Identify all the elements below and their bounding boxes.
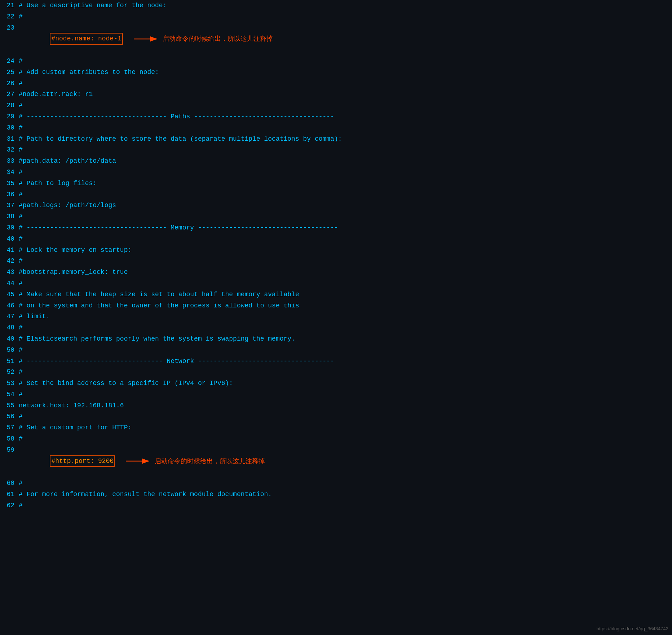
- code-line-25: 25 # Add custom attributes to the node:: [0, 67, 672, 78]
- line-num-45: 45: [0, 289, 14, 300]
- code-line-30: 30 #: [0, 122, 672, 133]
- code-line-29: 29 # -----------------------------------…: [0, 111, 672, 122]
- line-content-55: network.host: 192.168.181.6: [19, 400, 668, 411]
- annotation-59: 启动命令的时候给出，所以这儿注释掉: [126, 456, 265, 467]
- line-num-21: 21: [0, 0, 14, 11]
- code-line-58: 58 #: [0, 433, 672, 444]
- line-content-24: #: [19, 56, 668, 66]
- code-line-43: 43 #bootstrap.memory_lock: true: [0, 267, 672, 278]
- line-content-28: #: [19, 100, 668, 111]
- line-num-55: 55: [0, 400, 14, 411]
- code-line-26: 26 #: [0, 78, 672, 89]
- code-line-51: 51 # -----------------------------------…: [0, 356, 672, 367]
- line-num-35: 35: [0, 178, 14, 189]
- code-line-44: 44 #: [0, 278, 672, 289]
- code-line-53: 53 # Set the bind address to a specific …: [0, 378, 672, 389]
- line-num-57: 57: [0, 422, 14, 433]
- line-num-28: 28: [0, 100, 14, 111]
- code-line-56: 56 #: [0, 411, 672, 422]
- line-num-27: 27: [0, 89, 14, 100]
- line-num-51: 51: [0, 356, 14, 367]
- code-line-36: 36 #: [0, 189, 672, 200]
- code-line-60: 60 #: [0, 478, 672, 489]
- line-num-59: 59: [0, 445, 14, 455]
- line-content-37: #path.logs: /path/to/logs: [19, 200, 668, 211]
- line-num-46: 46: [0, 301, 14, 311]
- line-content-44: #: [19, 278, 668, 289]
- line-content-33: #path.data: /path/to/data: [19, 156, 668, 166]
- line-num-42: 42: [0, 256, 14, 266]
- watermark: https://blog.csdn.net/qq_36434742: [597, 626, 669, 631]
- line-content-23: #node.name: node-1: [19, 23, 123, 55]
- line-num-47: 47: [0, 311, 14, 322]
- line-num-22: 22: [0, 12, 14, 22]
- line-num-36: 36: [0, 189, 14, 200]
- line-num-23: 23: [0, 23, 14, 33]
- line-num-25: 25: [0, 67, 14, 78]
- line-num-53: 53: [0, 378, 14, 389]
- line-content-48: #: [19, 323, 668, 333]
- line-num-56: 56: [0, 411, 14, 422]
- line-content-56: #: [19, 411, 668, 422]
- line-num-60: 60: [0, 478, 14, 489]
- code-line-28: 28 #: [0, 100, 672, 111]
- line-content-32: #: [19, 145, 668, 155]
- arrow-icon-59: [126, 456, 155, 467]
- line-content-40: #: [19, 234, 668, 244]
- line-content-49: # Elasticsearch performs poorly when the…: [19, 334, 668, 344]
- line-num-26: 26: [0, 78, 14, 89]
- code-line-33: 33 #path.data: /path/to/data: [0, 156, 672, 167]
- line-content-35: # Path to log files:: [19, 178, 668, 189]
- code-container: 21 # Use a descriptive name for the node…: [0, 0, 672, 511]
- line-content-34: #: [19, 167, 668, 178]
- code-line-32: 32 #: [0, 144, 672, 156]
- line-num-54: 54: [0, 389, 14, 400]
- highlighted-box-23: #node.name: node-1: [50, 33, 123, 45]
- code-line-35: 35 # Path to log files:: [0, 178, 672, 189]
- line-num-29: 29: [0, 111, 14, 122]
- code-line-52: 52 #: [0, 367, 672, 378]
- line-content-60: #: [19, 478, 668, 489]
- line-content-59: #http.port: 9200: [19, 445, 115, 477]
- code-line-24: 24 #: [0, 56, 672, 67]
- code-line-21: 21 # Use a descriptive name for the node…: [0, 0, 672, 11]
- line-content-52: #: [19, 367, 668, 377]
- line-content-54: #: [19, 389, 668, 400]
- code-line-37: 37 #path.logs: /path/to/logs: [0, 200, 672, 211]
- line-num-52: 52: [0, 367, 14, 377]
- line-num-24: 24: [0, 56, 14, 66]
- code-line-59-row: 59 #http.port: 9200 启动命令的时候给出，所以这儿注释掉: [0, 444, 672, 478]
- line-content-25: # Add custom attributes to the node:: [19, 67, 668, 78]
- annotation-text-23: 启动命令的时候给出，所以这儿注释掉: [163, 34, 273, 44]
- code-line-57: 57 # Set a custom port for HTTP:: [0, 422, 672, 433]
- code-line-50: 50 #: [0, 345, 672, 356]
- line-num-43: 43: [0, 267, 14, 277]
- code-line-61: 61 # For more information, consult the n…: [0, 489, 672, 500]
- line-content-36: #: [19, 189, 668, 200]
- code-line-23-row: 23 #node.name: node-1 启动命令的时候给出，所以这儿注释掉: [0, 22, 672, 56]
- code-line-42: 42 #: [0, 255, 672, 267]
- code-line-46: 46 # on the system and that the owner of…: [0, 300, 672, 311]
- code-line-38: 38 #: [0, 211, 672, 222]
- line-num-62: 62: [0, 500, 14, 511]
- line-num-30: 30: [0, 123, 14, 133]
- line-content-21: # Use a descriptive name for the node:: [19, 0, 668, 11]
- code-line-62: 62 #: [0, 500, 672, 511]
- line-content-22: #: [19, 12, 668, 22]
- code-line-31: 31 # Path to directory where to store th…: [0, 133, 672, 145]
- line-content-61: # For more information, consult the netw…: [19, 489, 668, 500]
- line-content-58: #: [19, 434, 668, 444]
- line-num-33: 33: [0, 156, 14, 166]
- line-content-26: #: [19, 78, 668, 89]
- code-line-55: 55 network.host: 192.168.181.6: [0, 400, 672, 411]
- code-line-54: 54 #: [0, 389, 672, 400]
- line-content-42: #: [19, 256, 668, 266]
- line-content-50: #: [19, 345, 668, 355]
- code-line-47: 47 # limit.: [0, 311, 672, 322]
- line-num-48: 48: [0, 323, 14, 333]
- code-line-45: 45 # Make sure that the heap size is set…: [0, 289, 672, 300]
- line-num-39: 39: [0, 223, 14, 233]
- code-line-49: 49 # Elasticsearch performs poorly when …: [0, 333, 672, 345]
- line-num-61: 61: [0, 489, 14, 500]
- code-line-40: 40 #: [0, 233, 672, 245]
